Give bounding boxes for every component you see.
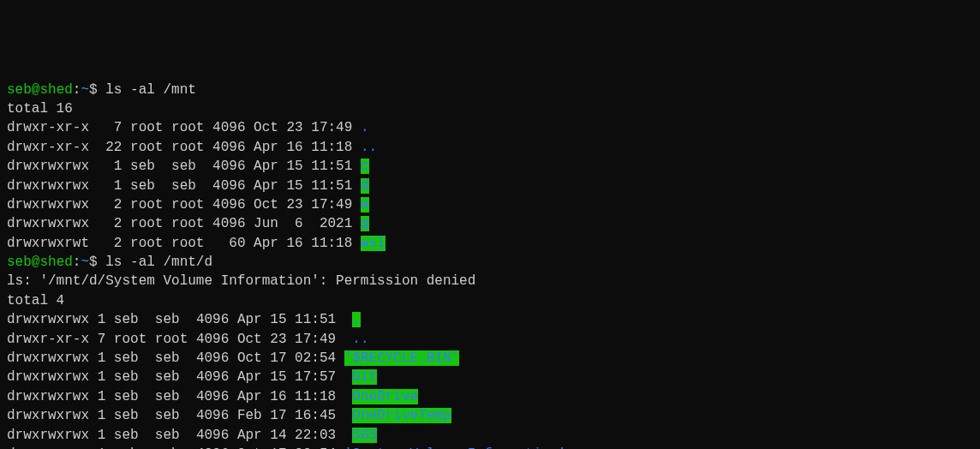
ls-row: drwxr-xr-x 22 root root 4096 Apr 16 11:1… xyxy=(7,140,377,155)
prompt-dollar: $ xyxy=(89,82,105,98)
prompt-path: ~ xyxy=(81,254,89,270)
dir-name: . xyxy=(361,120,369,135)
ls-row: drwxrwxrwx 1 seb seb 4096 Apr 15 11:51 c xyxy=(7,159,369,174)
dir-name: c xyxy=(361,159,369,174)
dir-name: d xyxy=(361,178,369,194)
total-line: total 4 xyxy=(7,293,64,308)
prompt-sep: : xyxy=(73,82,81,98)
terminal-output[interactable]: seb@shed:~$ ls -al /mnt total 16 drwxr-x… xyxy=(7,81,973,449)
ls-row: drwxrwxrwx 1 seb seb 4096 Apr 16 11:18 O… xyxy=(7,389,418,404)
prompt-dollar: $ xyxy=(89,254,105,270)
command-1: ls -al /mnt xyxy=(105,82,196,98)
ls-row: drwxrwxrwx 1 seb seb 4096 Apr 15 17:57 G… xyxy=(7,369,377,385)
prompt-sep: : xyxy=(73,254,81,270)
ls-row: drwxrwxrwx 1 seb seb 4096 Apr 14 22:03 S… xyxy=(7,428,377,443)
ls-row: drwxrwxrwx 2 root root 4096 Jun 6 2021 g xyxy=(7,216,369,231)
dir-name: .. xyxy=(352,332,368,347)
prompt-at: @ xyxy=(32,254,40,270)
prompt-at: @ xyxy=(32,82,40,98)
dir-name: .. xyxy=(361,140,377,155)
command-2: ls -al /mnt/d xyxy=(105,254,212,270)
dir-name: e xyxy=(361,197,369,213)
dir-name: wsl xyxy=(361,236,385,251)
ls-row: drwxr-xr-x 7 root root 4096 Oct 23 17:49… xyxy=(7,332,369,347)
prompt-path: ~ xyxy=(81,82,89,98)
dir-name: g xyxy=(361,216,369,231)
ls-row: drwxrwxrwx 1 seb seb 4096 Feb 17 16:45 O… xyxy=(7,408,451,423)
dir-name: OneDriveTemp xyxy=(352,408,451,423)
dir-name: Git xyxy=(352,369,377,385)
ls-row: drwxrwxrwx 1 seb seb 4096 Apr 15 11:51 d xyxy=(7,178,369,194)
ls-row: drwxrwxrwx 1 seb seb 4096 Apr 15 11:51 . xyxy=(7,312,361,327)
ls-row: drwxrwxrwx 1 seb seb 4096 Oct 17 02:54 '… xyxy=(7,350,459,366)
ls-row: drwxr-xr-x 7 root root 4096 Oct 23 17:49… xyxy=(7,120,369,135)
prompt-host: shed xyxy=(39,82,72,98)
dir-name: . xyxy=(352,312,361,327)
prompt-host: shed xyxy=(39,254,72,270)
prompt-user: seb xyxy=(7,254,32,270)
ls-row: drwxrwxrwt 2 root root 60 Apr 16 11:18 w… xyxy=(7,236,385,251)
dir-name: SGS xyxy=(352,428,377,443)
error-line: ls: '/mnt/d/System Volume Information': … xyxy=(7,273,475,289)
total-line: total 16 xyxy=(7,101,73,117)
dir-name: OneDrive xyxy=(352,389,418,404)
ls-row: drwxrwxrwx 2 root root 4096 Oct 23 17:49… xyxy=(7,197,369,213)
dir-name: '$RECYCLE.BIN' xyxy=(344,350,459,366)
prompt-user: seb xyxy=(7,82,32,98)
